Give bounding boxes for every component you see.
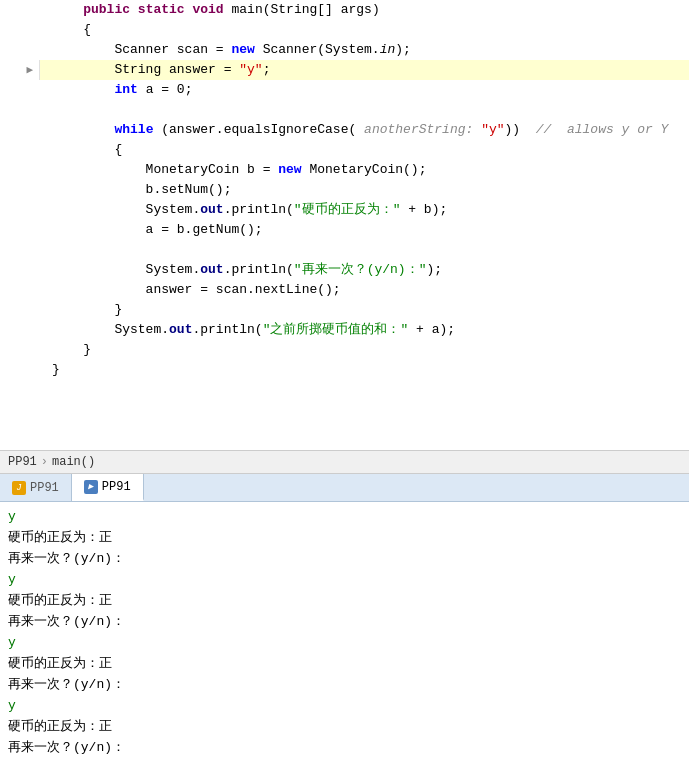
comment: // allows y or Y <box>536 122 669 137</box>
code-content: MonetaryCoin b = new MonetaryCoin(); <box>40 160 689 180</box>
code-content <box>40 240 689 260</box>
console-line: 硬币的正反为：正 <box>8 653 681 674</box>
code-line: { <box>0 140 689 160</box>
string-literal: "y" <box>239 62 262 77</box>
method-out: out <box>200 262 223 277</box>
code-line: b.setNum(); <box>0 180 689 200</box>
console-line: 再来一次？(y/n)： <box>8 611 681 632</box>
keyword: public <box>83 2 130 17</box>
code-line-highlighted: ▶ String answer = "y"; <box>0 60 689 80</box>
method-out: out <box>200 202 223 217</box>
code-line: int a = 0; <box>0 80 689 100</box>
code-content: String answer = "y"; <box>40 60 689 80</box>
code-line: MonetaryCoin b = new MonetaryCoin(); <box>0 160 689 180</box>
code-line: System.out.println("之前所掷硬币值的和：" + a); <box>0 320 689 340</box>
code-line: } <box>0 340 689 360</box>
code-content: System.out.println("硬币的正反为：" + b); <box>40 200 689 220</box>
tab-pp91-source[interactable]: J PP91 <box>0 474 72 501</box>
console-line: y <box>8 695 681 716</box>
code-content: } <box>40 360 689 380</box>
code-line-empty <box>0 240 689 260</box>
code-line: public static void main(String[] args) <box>0 0 689 20</box>
code-content: System.out.println("再来一次？(y/n)："); <box>40 260 689 280</box>
code-content <box>40 100 689 120</box>
console-icon: ▶ <box>84 480 98 494</box>
code-line: System.out.println("再来一次？(y/n)："); <box>0 260 689 280</box>
param-hint: anotherString: <box>356 122 473 137</box>
string-chinese: "硬币的正反为：" <box>294 202 401 217</box>
console-line: y <box>8 569 681 590</box>
string-chinese: "之前所掷硬币值的和：" <box>263 322 409 337</box>
code-content: int a = 0; <box>40 80 689 100</box>
keyword-int: int <box>114 82 137 97</box>
java-file-icon: J <box>12 481 26 495</box>
code-content: System.out.println("之前所掷硬币值的和：" + a); <box>40 320 689 340</box>
code-line: System.out.println("硬币的正反为：" + b); <box>0 200 689 220</box>
field-in: in <box>380 42 396 57</box>
console-line: 硬币的正反为：正 <box>8 716 681 737</box>
console-line: 再来一次？(y/n)： <box>8 548 681 569</box>
console-line: 再来一次？(y/n)： <box>8 674 681 695</box>
code-content: } <box>40 300 689 320</box>
breadcrumb-item-main: main() <box>52 455 95 469</box>
code-line: { <box>0 20 689 40</box>
console-area: y 硬币的正反为：正 再来一次？(y/n)： y 硬币的正反为：正 再来一次？(… <box>0 502 689 775</box>
console-line: y <box>8 632 681 653</box>
line-gutter-arrow: ▶ <box>0 60 40 80</box>
tab-label-console: PP91 <box>102 480 131 494</box>
code-content: answer = scan.nextLine(); <box>40 280 689 300</box>
keyword-new: new <box>231 42 254 57</box>
tab-label-source: PP91 <box>30 481 59 495</box>
code-content: { <box>40 140 689 160</box>
editor-area: public static void main(String[] args) {… <box>0 0 689 450</box>
method-out: out <box>169 322 192 337</box>
arrow-indicator: ▶ <box>26 60 33 80</box>
keyword: static <box>138 2 185 17</box>
code-line: while (answer.equalsIgnoreCase( anotherS… <box>0 120 689 140</box>
code-content: public static void main(String[] args) <box>40 0 689 20</box>
console-line: 硬币的正反为：正 <box>8 590 681 611</box>
code-content: b.setNum(); <box>40 180 689 200</box>
breadcrumb-item-pp91: PP91 <box>8 455 37 469</box>
code-line: } <box>0 360 689 380</box>
breadcrumb-separator: › <box>41 455 48 469</box>
string-literal: "y" <box>481 122 504 137</box>
breadcrumb-bar: PP91 › main() <box>0 450 689 474</box>
code-line-empty <box>0 100 689 120</box>
code-content: Scanner scan = new Scanner(System.in); <box>40 40 689 60</box>
keyword-while: while <box>114 122 153 137</box>
code-line: } <box>0 300 689 320</box>
code-content: } <box>40 340 689 360</box>
code-line: Scanner scan = new Scanner(System.in); <box>0 40 689 60</box>
console-line: 硬币的正反为：正 <box>8 527 681 548</box>
code-content: { <box>40 20 689 40</box>
keyword: void <box>192 2 223 17</box>
code-line: answer = scan.nextLine(); <box>0 280 689 300</box>
code-content: while (answer.equalsIgnoreCase( anotherS… <box>40 120 689 140</box>
code-content: a = b.getNum(); <box>40 220 689 240</box>
console-line: y <box>8 506 681 527</box>
code-line: a = b.getNum(); <box>0 220 689 240</box>
keyword-new: new <box>278 162 301 177</box>
console-line: 再来一次？(y/n)： <box>8 737 681 758</box>
tab-bar: J PP91 ▶ PP91 <box>0 474 689 502</box>
string-chinese: "再来一次？(y/n)：" <box>294 262 427 277</box>
tab-pp91-console[interactable]: ▶ PP91 <box>72 474 144 501</box>
